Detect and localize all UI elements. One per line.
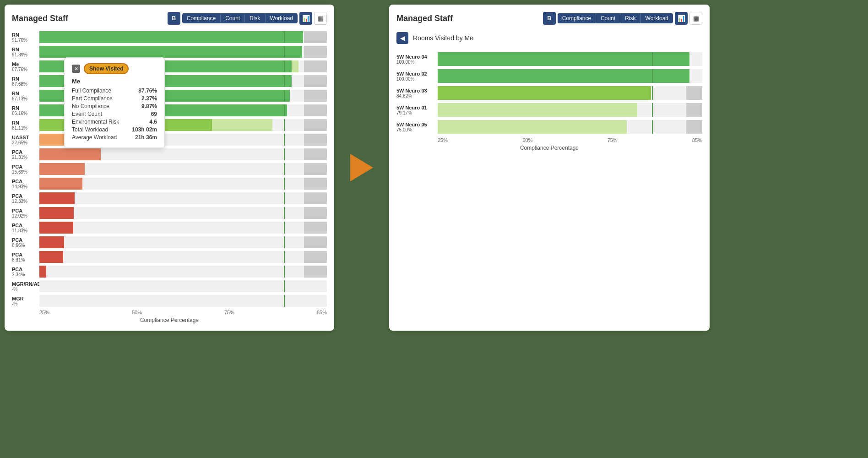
bar-label-name: MGR/RN/ADMIN: [12, 281, 39, 287]
bar-label-name: PCA: [12, 223, 39, 228]
compliance-line: [284, 46, 285, 58]
bar-label: PCA8.66%: [12, 237, 39, 248]
table-row: PCA8.31%: [12, 250, 327, 264]
compliance-line: [284, 207, 285, 219]
table-row: PCA15.69%: [12, 162, 327, 176]
bar-label: PCA12.02%: [12, 208, 39, 218]
right-risk-btn[interactable]: Risk: [620, 13, 640, 23]
tooltip-total-workload-value: 103h 02m: [132, 126, 157, 133]
table-row: PCA2.34%: [12, 265, 327, 278]
bar-fill-gray: [304, 60, 327, 72]
table-row: UASST32.65%: [12, 133, 327, 147]
tooltip-no-compliance-value: 9.87%: [141, 103, 157, 109]
compliance-btn[interactable]: Compliance: [182, 13, 221, 23]
risk-btn[interactable]: Risk: [245, 13, 265, 23]
bar-label: PCA12.33%: [12, 193, 39, 204]
table-row: PCA11.83%: [12, 221, 327, 234]
bar-label: RN91.39%: [12, 47, 39, 57]
bar-label-name: PCA: [12, 252, 39, 257]
room-bar-container[interactable]: [438, 120, 702, 134]
show-visited-btn[interactable]: Show Visited: [84, 63, 129, 74]
room-bar-row: 5W Neuro 04100.00%: [396, 51, 702, 67]
compliance-line: [284, 119, 285, 131]
tooltip-env-risk-label: Environmental Risk: [72, 119, 119, 125]
tooltip-env-risk-value: 4.6: [149, 119, 157, 125]
room-label-name: 5W Neuro 05: [396, 122, 438, 127]
room-bar-fill: [438, 120, 627, 134]
bar-container[interactable]: [39, 295, 327, 307]
tooltip-full-compliance-label: Full Compliance: [72, 87, 111, 94]
compliance-line: [284, 192, 285, 204]
count-btn[interactable]: Count: [221, 13, 245, 23]
bar-label-pct: 12.02%: [12, 213, 39, 218]
room-label: 5W Neuro 0575.00%: [396, 122, 438, 132]
bar-label-pct: 8.66%: [12, 243, 39, 248]
bar-fill: [39, 207, 74, 219]
room-bar-container[interactable]: [438, 52, 702, 66]
compliance-line: [284, 236, 285, 248]
table-row: MGR-%: [12, 294, 327, 308]
tooltip-full-compliance-value: 87.76%: [138, 87, 157, 94]
tooltip-header: ✕ Show Visited: [72, 63, 157, 74]
tooltip-no-compliance: No Compliance 9.87%: [72, 103, 157, 109]
bar-label-pct: 87.76%: [12, 67, 39, 72]
bar-label-pct: 21.31%: [12, 155, 39, 160]
right-compliance-btn[interactable]: Compliance: [558, 13, 596, 23]
tooltip-close-btn[interactable]: ✕: [72, 65, 80, 73]
table-row: MGR/RN/ADMIN-%: [12, 279, 327, 293]
room-compliance-line: [652, 120, 653, 134]
left-header-controls: B Compliance Count Risk Workload 📊 ▦: [168, 12, 327, 25]
bar-fill-gray: [304, 148, 327, 160]
workload-btn[interactable]: Workload: [266, 13, 298, 23]
right-count-btn[interactable]: Count: [596, 13, 620, 23]
right-table-icon[interactable]: ▦: [689, 12, 702, 25]
bar-container[interactable]: [39, 222, 327, 234]
right-panel-title: Managed Staff: [396, 14, 453, 23]
bar-container[interactable]: [39, 236, 327, 248]
bar-fill-partial: [292, 60, 298, 72]
bar-container[interactable]: [39, 148, 327, 160]
x-label-85: 85%: [317, 310, 327, 315]
back-btn[interactable]: ◀: [396, 32, 408, 44]
bar-container[interactable]: [39, 178, 327, 190]
room-bar-container[interactable]: [438, 86, 702, 100]
bar-fill-gray: [304, 207, 327, 219]
room-bar-container[interactable]: [438, 103, 702, 117]
compliance-line: [284, 280, 285, 292]
icon-b-btn[interactable]: B: [168, 12, 180, 25]
room-bar-container[interactable]: [438, 69, 702, 83]
bar-container[interactable]: [39, 280, 327, 292]
compliance-line: [284, 163, 285, 175]
tooltip-avg-workload: Average Workload 21h 36m: [72, 134, 157, 141]
bar-fill: [39, 148, 101, 160]
bar-container[interactable]: [39, 192, 327, 204]
tooltip-part-compliance-label: Part Compliance: [72, 95, 113, 102]
bar-container[interactable]: [39, 251, 327, 263]
right-icon-b-btn[interactable]: B: [543, 12, 556, 25]
bar-container[interactable]: [39, 207, 327, 219]
bar-container[interactable]: [39, 46, 327, 58]
bar-label-pct: 91.70%: [12, 38, 39, 43]
bar-label: PCA2.34%: [12, 267, 39, 277]
rooms-title: Rooms Visited by Me: [413, 34, 473, 42]
compliance-line: [284, 134, 285, 146]
bar-container[interactable]: [39, 266, 327, 278]
bar-container[interactable]: [39, 31, 327, 43]
room-label: 5W Neuro 0179.17%: [396, 105, 438, 115]
right-bar-chart-icon[interactable]: 📊: [675, 12, 688, 25]
table-icon[interactable]: ▦: [314, 12, 327, 25]
bar-fill-gray: [304, 163, 327, 175]
bar-label: RN87.68%: [12, 76, 39, 87]
bar-label-pct: 87.13%: [12, 96, 39, 101]
bar-label: PCA8.31%: [12, 252, 39, 262]
right-header-controls: B Compliance Count Risk Workload 📊 ▦: [543, 12, 702, 25]
bar-label-pct: 15.69%: [12, 169, 39, 174]
bar-label: RN87.13%: [12, 91, 39, 101]
tooltip-avg-workload-label: Average Workload: [72, 134, 117, 141]
bar-label-name: RN: [12, 76, 39, 82]
room-compliance-line: [652, 86, 653, 100]
bar-chart-icon[interactable]: 📊: [299, 12, 312, 25]
right-workload-btn[interactable]: Workload: [641, 13, 673, 23]
bar-container[interactable]: [39, 163, 327, 175]
bar-fill-gray: [304, 134, 327, 146]
